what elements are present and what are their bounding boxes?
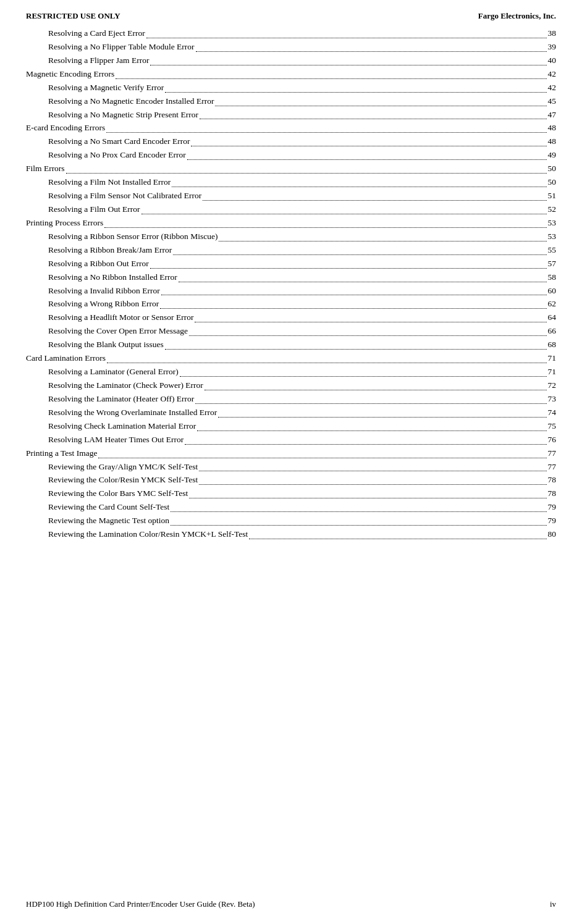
toc-page: 80 — [548, 528, 557, 541]
toc-label: Resolving the Blank Output issues — [48, 338, 164, 351]
toc-content: Resolving a Card Eject Error38Resolving … — [0, 21, 582, 579]
toc-dots — [218, 417, 546, 418]
toc-page: 75 — [548, 420, 557, 433]
toc-page: 51 — [548, 190, 557, 203]
toc-label: Resolving a No Prox Card Encoder Error — [48, 149, 186, 162]
toc-row: Reviewing the Gray/Align YMC/K Self-Test… — [26, 461, 556, 474]
toc-row: Resolving a Film Sensor Not Calibrated E… — [26, 190, 556, 203]
toc-dots — [171, 525, 546, 526]
toc-row: Resolving a No Magnetic Strip Present Er… — [26, 109, 556, 122]
toc-row: Resolving a Laminator (General Error)71 — [26, 366, 556, 379]
toc-label: Film Errors — [26, 162, 65, 175]
toc-row: Printing a Test Image77 — [26, 447, 556, 460]
footer-right: iv — [550, 899, 556, 909]
toc-page: 74 — [548, 406, 557, 419]
toc-page: 42 — [548, 82, 557, 94]
toc-label: Resolving a Wrong Ribbon Error — [48, 298, 159, 311]
toc-page: 50 — [548, 176, 557, 189]
toc-row: Resolving a Flipper Jam Error40 — [26, 54, 556, 67]
toc-label: Resolving a Film Out Error — [48, 203, 140, 216]
toc-label: Resolving a No Magnetic Strip Present Er… — [48, 109, 198, 122]
toc-dots — [141, 214, 547, 214]
toc-page: 39 — [548, 41, 557, 54]
toc-page: 73 — [548, 393, 557, 406]
toc-row: Resolving a Wrong Ribbon Error62 — [26, 298, 556, 311]
toc-row: Resolving a Film Out Error52 — [26, 203, 556, 216]
toc-dots — [205, 390, 547, 390]
toc-label: Resolving a Film Sensor Not Calibrated E… — [48, 190, 201, 203]
toc-dots — [106, 132, 546, 133]
toc-label: Resolving a Ribbon Sensor Error (Ribbon … — [48, 230, 217, 243]
toc-dots — [196, 51, 547, 52]
toc-dots — [180, 376, 547, 377]
toc-label: Resolving the Laminator (Check Power) Er… — [48, 379, 203, 392]
toc-dots — [150, 65, 546, 65]
toc-dots — [191, 146, 546, 146]
toc-page: 60 — [548, 285, 557, 298]
toc-label: Magnetic Encoding Errors — [26, 68, 114, 81]
toc-page: 77 — [548, 447, 557, 460]
toc-label: Resolving a No Magnetic Encoder Installe… — [48, 95, 214, 108]
toc-row: Card Lamination Errors71 — [26, 352, 556, 365]
toc-row: Resolving LAM Heater Times Out Error76 — [26, 434, 556, 447]
toc-dots — [219, 241, 546, 242]
toc-dots — [98, 458, 546, 458]
toc-page: 62 — [548, 298, 557, 311]
toc-page: 38 — [548, 27, 557, 40]
page-footer: HDP100 High Definition Card Printer/Enco… — [0, 899, 582, 909]
toc-dots — [189, 498, 546, 498]
toc-row: Resolving a No Smart Card Encoder Error4… — [26, 135, 556, 148]
toc-row: Reviewing the Magnetic Test option79 — [26, 514, 556, 527]
toc-dots — [146, 38, 547, 38]
toc-label: Reviewing the Color/Resin YMCK Self-Test — [48, 474, 198, 487]
toc-label: Resolving LAM Heater Times Out Error — [48, 434, 183, 447]
toc-page: 50 — [548, 162, 557, 175]
toc-page: 55 — [548, 244, 557, 257]
toc-label: E-card Encoding Errors — [26, 122, 105, 135]
toc-label: Reviewing the Magnetic Test option — [48, 514, 169, 527]
toc-page: 42 — [548, 68, 557, 81]
toc-row: Resolving a Magnetic Verify Error42 — [26, 82, 556, 94]
header-left: RESTRICTED USE ONLY — [26, 11, 120, 21]
toc-row: E-card Encoding Errors48 — [26, 122, 556, 135]
toc-dots — [187, 159, 547, 160]
toc-page: 66 — [548, 325, 557, 338]
toc-dots — [195, 322, 546, 322]
toc-page: 40 — [548, 54, 557, 67]
toc-label: Printing a Test Image — [26, 447, 97, 460]
toc-page: 49 — [548, 149, 557, 162]
toc-page: 79 — [548, 501, 557, 514]
toc-dots — [203, 200, 546, 201]
toc-row: Magnetic Encoding Errors42 — [26, 68, 556, 81]
toc-label: Resolving a Laminator (General Error) — [48, 366, 179, 379]
toc-label: Resolving Check Lamination Material Erro… — [48, 420, 196, 433]
toc-label: Resolving a Invalid Ribbon Error — [48, 285, 160, 298]
toc-row: Reviewing the Card Count Self-Test79 — [26, 501, 556, 514]
toc-label: Resolving a Magnetic Verify Error — [48, 82, 164, 94]
toc-page: 77 — [548, 461, 557, 474]
toc-label: Resolving a No Smart Card Encoder Error — [48, 135, 190, 148]
toc-row: Resolving a Ribbon Out Error57 — [26, 258, 556, 271]
toc-page: 71 — [548, 352, 557, 365]
toc-row: Resolving a Card Eject Error38 — [26, 27, 556, 40]
toc-row: Resolving the Laminator (Check Power) Er… — [26, 379, 556, 392]
toc-row: Reviewing the Color/Resin YMCK Self-Test… — [26, 474, 556, 487]
toc-row: Resolving the Cover Open Error Message66 — [26, 325, 556, 338]
toc-page: 79 — [548, 514, 557, 527]
toc-dots — [195, 403, 546, 404]
toc-dots — [160, 308, 546, 309]
toc-label: Resolving the Cover Open Error Message — [48, 325, 188, 338]
toc-row: Resolving a Ribbon Sensor Error (Ribbon … — [26, 230, 556, 243]
toc-dots — [215, 106, 546, 106]
footer-left: HDP100 High Definition Card Printer/Enco… — [26, 899, 255, 909]
toc-row: Resolving the Blank Output issues68 — [26, 338, 556, 351]
header-right: Fargo Electronics, Inc. — [478, 11, 556, 21]
toc-page: 48 — [548, 135, 557, 148]
toc-row: Resolving a Invalid Ribbon Error60 — [26, 285, 556, 298]
toc-dots — [172, 187, 546, 187]
toc-dots — [150, 268, 547, 269]
toc-dots — [66, 173, 547, 174]
toc-page: 53 — [548, 217, 557, 230]
toc-label: Resolving a Card Eject Error — [48, 27, 145, 40]
toc-page: 52 — [548, 203, 557, 216]
